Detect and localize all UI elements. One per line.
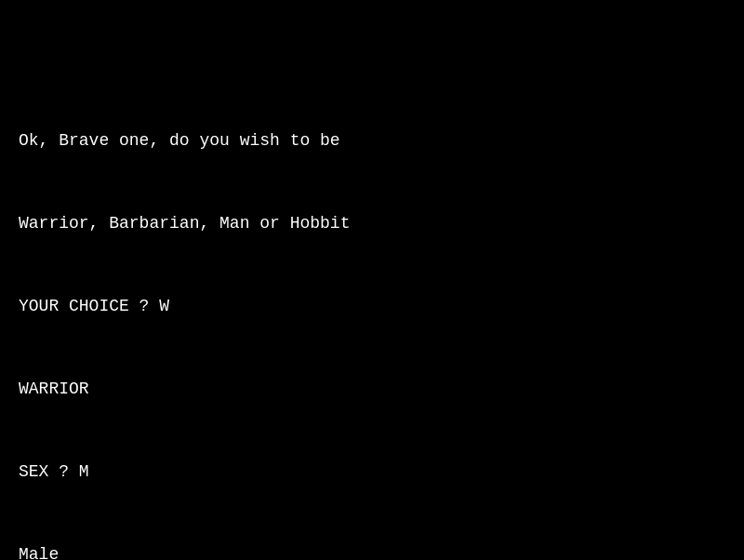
line-4: WARRIOR — [19, 376, 725, 404]
line-2: Warrior, Barbarian, Man or Hobbit — [19, 210, 725, 238]
line-3: YOUR CHOICE ? W — [19, 293, 725, 321]
line-1: Ok, Brave one, do you wish to be — [19, 127, 725, 155]
terminal-output: Ok, Brave one, do you wish to be Warrior… — [19, 72, 725, 560]
line-5: SEX ? M — [19, 459, 725, 487]
line-6: Male — [19, 541, 725, 560]
terminal-screen: Ok, Brave one, do you wish to be Warrior… — [0, 0, 744, 560]
